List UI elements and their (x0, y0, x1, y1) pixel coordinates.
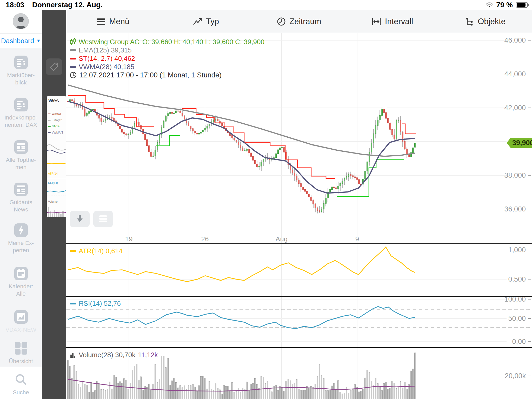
ohlc-values: O: 39,660 H: 40,140 L: 39,600 C: 39,900 (142, 38, 264, 46)
layers-icon (98, 215, 108, 223)
sidebar-item-indexkomponenten-dax[interactable]: Indexkompo-nenten: DAX (0, 97, 42, 129)
st-legend-row[interactable]: ST(14, 2.7) 40,462 (70, 54, 264, 63)
arrow-down-icon (75, 214, 84, 224)
divider (0, 33, 42, 34)
svg-text:42,000: 42,000 (504, 104, 526, 112)
chart-toolbar: Menü Typ Zeitraum In (66, 10, 532, 33)
svg-text:1,000: 1,000 (508, 246, 526, 254)
svg-text:20,00k: 20,00k (505, 372, 526, 380)
svg-text:9: 9 (355, 235, 359, 243)
sidebar-item-label: Marktüber-blick (0, 72, 42, 86)
hamburger-icon (96, 18, 106, 25)
sidebar-item-kalender-alle[interactable]: Kalender:Alle (0, 266, 42, 297)
instrument-legend-row[interactable]: Westwing Group AG O: 39,660 H: 40,140 L:… (70, 38, 264, 46)
clock-icon (277, 17, 286, 26)
chart-type-label: Typ (206, 17, 219, 26)
menu-button[interactable]: Menü (66, 10, 159, 33)
svg-text:Aug: Aug (276, 235, 288, 243)
calendar-icon (14, 266, 28, 281)
sidebar-item-label: Kalender:Alle (0, 283, 42, 297)
chevron-down-icon: ▼ (36, 38, 41, 44)
chart-type-button[interactable]: Typ (159, 10, 253, 33)
svg-text:100,00: 100,00 (504, 295, 526, 303)
chart-area[interactable]: 46,00044,00042,00038,00036,0001,0000,500… (66, 33, 532, 399)
line-type-icon (193, 18, 202, 25)
axis-labels (528, 40, 531, 376)
sidebar-item-uebersicht[interactable]: Übersicht (0, 341, 42, 365)
preview-rsi-label: RSI(14) (48, 181, 58, 184)
vwma-legend: VWMA(28) 40,185 (79, 63, 134, 71)
legend-dash (48, 114, 51, 114)
main-panel: Menü Typ Zeitraum In (66, 10, 532, 399)
sidebar-item-guidants-news[interactable]: GuidantsNews (0, 182, 42, 213)
grid-icon (14, 341, 28, 356)
clock-icon (70, 72, 77, 78)
battery-percent: 79 % (496, 1, 513, 9)
sidebar-item-label: Indexkompo-nenten: DAX (0, 114, 42, 129)
chart-canvas[interactable]: 46,00044,00042,00038,00036,0001,0000,500… (66, 33, 532, 399)
sidebar-item-suche[interactable]: Suche (0, 372, 42, 396)
candlestick-icon (70, 38, 76, 45)
interval-button[interactable]: Intervall (346, 10, 439, 33)
legend-dash (70, 49, 76, 51)
objects-button[interactable]: Objekte (439, 10, 532, 33)
avatar[interactable] (13, 13, 29, 29)
sidebar-item-alle-topthemen[interactable]: Alle Topthe-men (0, 140, 42, 171)
svg-text:0,00: 0,00 (512, 338, 526, 345)
preview-legend: Westwi (52, 112, 61, 115)
divider (0, 367, 42, 367)
timestamp-label: 12.07.2021 17:00 - 17:00 (1 Monat, 1 Stu… (79, 71, 222, 79)
preview-volume-label: Volume (48, 200, 58, 203)
svg-text:19: 19 (125, 235, 133, 243)
status-bar: 18:03 Donnerstag 12. Aug. 79 % (0, 0, 532, 10)
battery-icon (516, 2, 528, 8)
preview-rsi-mini (47, 187, 66, 198)
sidebar-item-label: Alle Topthe-men (0, 156, 42, 171)
st-legend: ST(14, 2.7) 40,462 (79, 55, 135, 63)
dashboard-preview-card[interactable]: Wes Westwi EMA(12 ST(14 VWMA(2 ATR(14 RS… (47, 96, 66, 217)
news-icon (14, 140, 28, 154)
status-time: 18:03 (6, 1, 24, 9)
tag-widget[interactable] (46, 58, 62, 75)
sidebar-item-label: Meine Ex-perten (0, 240, 42, 254)
panel-layout-button[interactable] (93, 211, 113, 227)
timeframe-label: Zeitraum (289, 17, 321, 26)
preview-atr-label: ATR(14 (48, 172, 58, 175)
last-price-badge: 39,900 (507, 138, 532, 148)
scroll-to-latest-button[interactable] (70, 211, 90, 227)
sidebar-item-vdax-new[interactable]: VDAX-NEW (0, 310, 42, 334)
legend-dash (48, 132, 51, 133)
sidebar-item-marktueberblick[interactable]: Marktüber-blick (0, 55, 42, 86)
interval-icon (371, 17, 381, 26)
sidebar-item-label: Suche (0, 389, 42, 396)
sidebar-item-label: GuidantsNews (0, 199, 42, 213)
ema-legend-row[interactable]: EMA(125) 39,315 (70, 46, 264, 54)
rsi-legend-row[interactable]: RSI(14) 52,76 (70, 300, 121, 308)
dashboard-label: Dashboard (1, 37, 34, 45)
bolt-icon (14, 223, 28, 237)
timestamp-row: 12.07.2021 17:00 - 17:00 (1 Monat, 1 Stu… (70, 71, 264, 79)
svg-text:36,000: 36,000 (504, 205, 526, 213)
preview-legend: EMA(12 (52, 118, 62, 122)
chart-tile-icon (14, 310, 28, 324)
sidebar-item-label: Übersicht (0, 358, 42, 365)
timeframe-button[interactable]: Zeitraum (252, 10, 346, 33)
volume-ma-value: 11,12k (138, 351, 158, 359)
volume-legend-row[interactable]: Volume(28) 30,70k 11,12k (70, 351, 158, 359)
objects-label: Objekte (478, 17, 506, 26)
svg-text:46,000: 46,000 (504, 36, 526, 44)
legend-dash (48, 120, 51, 121)
wifi-icon (486, 2, 493, 8)
news-icon (14, 182, 28, 197)
dashboard-selector[interactable]: Dashboard ▼ (0, 34, 42, 48)
sidebar-item-meine-experten[interactable]: Meine Ex-perten (0, 223, 42, 254)
atr-legend-row[interactable]: ATR(14) 0,614 (70, 247, 123, 255)
dimmed-dashboard-column: Wes Westwi EMA(12 ST(14 VWMA(2 ATR(14 RS… (42, 10, 66, 399)
sidebar: Dashboard ▼ Marktüber-blickIndexkompo-ne… (0, 10, 42, 399)
divider (47, 179, 66, 179)
preview-mini-chart (47, 138, 66, 169)
vwma-legend-row[interactable]: VWMA(28) 40,185 (70, 63, 264, 71)
interval-label: Intervall (385, 17, 413, 26)
chart-legend: Westwing Group AG O: 39,660 H: 40,140 L:… (70, 38, 264, 79)
person-icon (13, 14, 28, 29)
